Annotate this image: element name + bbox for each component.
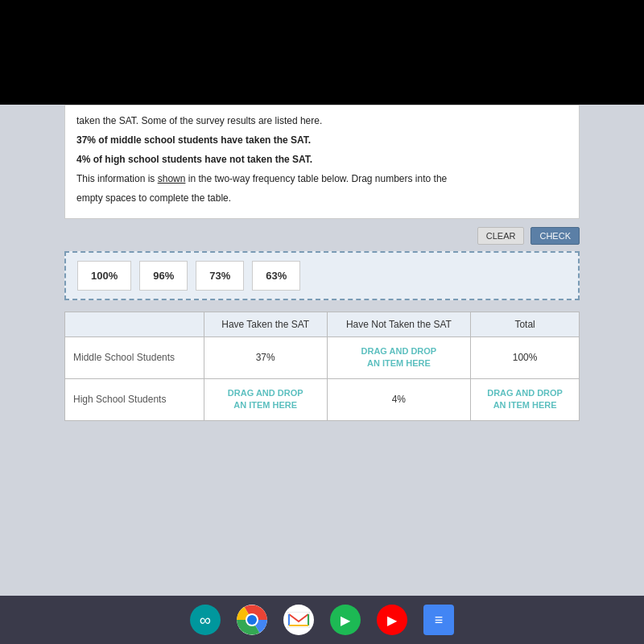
taskbar-icon-youtube[interactable]: ▶: [377, 605, 407, 635]
clear-button[interactable]: CLEAR: [477, 227, 525, 245]
high-taken-drop[interactable]: DRAG AND DROPAN ITEM HERE: [204, 378, 327, 420]
gmail-svg: [287, 612, 310, 628]
svg-point-2: [247, 615, 257, 625]
middle-taken: 37%: [204, 337, 327, 379]
col-header-not-taken: Have Not Taken the SAT: [327, 312, 471, 337]
middle-total: 100%: [471, 337, 580, 379]
taskbar-icon-play[interactable]: ▶: [330, 605, 361, 635]
row-label-high: High School Students: [65, 378, 204, 420]
info-line4: This information is shown in the two-way…: [76, 171, 568, 186]
screen: taken the SAT. Some of the survey result…: [0, 0, 644, 644]
taskbar-icon-docs[interactable]: ≡: [423, 605, 454, 635]
taskbar-icon-chrome[interactable]: [237, 605, 267, 635]
info-line4-underline: shown: [158, 173, 186, 184]
row-label-middle: Middle School Students: [65, 337, 204, 379]
chrome-svg: [237, 605, 267, 635]
drag-items-container: 100% 96% 73% 63%: [64, 251, 580, 300]
table-header-row: Have Taken the SAT Have Not Taken the SA…: [65, 312, 580, 337]
content-area: taken the SAT. Some of the survey result…: [0, 105, 644, 596]
high-not-taken: 4%: [327, 378, 471, 420]
info-bold-line3: 4% of high school students have not take…: [76, 154, 312, 165]
taskbar: ∞ ▶ ▶: [0, 596, 644, 644]
info-line1: taken the SAT. Some of the survey result…: [76, 114, 568, 128]
col-header-total: Total: [471, 312, 580, 337]
info-box: taken the SAT. Some of the survey result…: [64, 105, 580, 219]
drag-item-0[interactable]: 100%: [77, 261, 131, 291]
high-total-drop[interactable]: DRAG AND DROPAN ITEM HERE: [471, 378, 580, 420]
button-row: CLEAR CHECK: [64, 227, 580, 245]
drag-item-3[interactable]: 63%: [252, 261, 300, 291]
info-bold-line2: 37% of middle school students have taken…: [76, 134, 311, 146]
info-line2: 37% of middle school students have taken…: [76, 133, 568, 147]
black-bar-top: [0, 0, 644, 105]
table-row-high: High School Students DRAG AND DROPAN ITE…: [65, 378, 580, 420]
check-button[interactable]: CHECK: [530, 227, 580, 245]
info-line3: 4% of high school students have not take…: [76, 152, 568, 167]
info-line4-prefix: This information is: [76, 173, 158, 184]
col-header-taken: Have Taken the SAT: [204, 312, 327, 337]
drag-item-1[interactable]: 96%: [139, 261, 188, 291]
taskbar-icon-arduino[interactable]: ∞: [190, 605, 221, 635]
info-line4-suffix: in the two-way frequency table below. Dr…: [185, 173, 447, 184]
info-line5: empty spaces to complete the table.: [76, 191, 568, 205]
middle-not-taken-drop[interactable]: DRAG AND DROPAN ITEM HERE: [327, 337, 471, 379]
table-wrapper: Have Taken the SAT Have Not Taken the SA…: [64, 312, 580, 421]
drag-item-2[interactable]: 73%: [196, 261, 244, 291]
table-row-middle: Middle School Students 37% DRAG AND DROP…: [65, 337, 580, 379]
col-header-empty: [65, 312, 204, 337]
frequency-table: Have Taken the SAT Have Not Taken the SA…: [64, 312, 580, 421]
taskbar-icon-gmail[interactable]: [283, 605, 314, 635]
